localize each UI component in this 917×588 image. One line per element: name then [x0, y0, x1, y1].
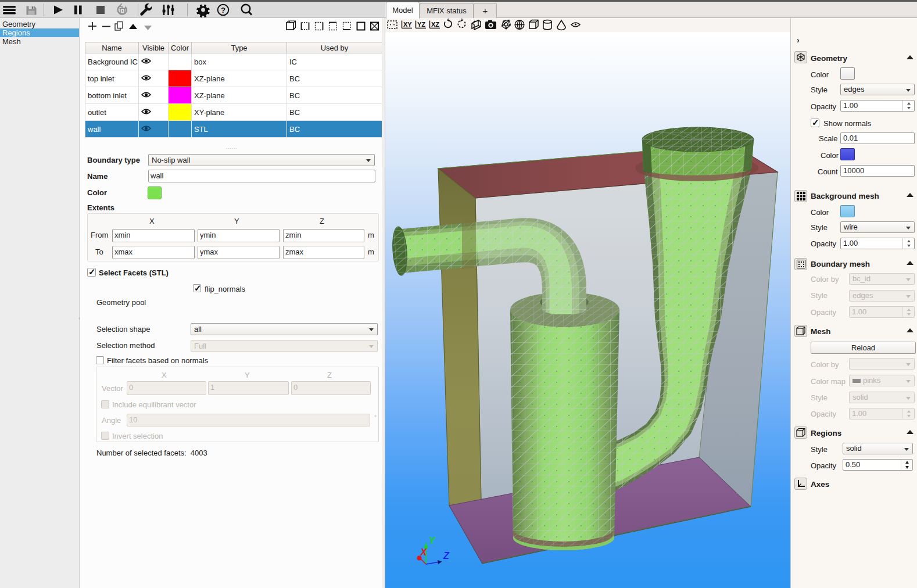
svg-text:YZ: YZ — [417, 21, 425, 28]
svg-text:Y: Y — [429, 536, 436, 546]
svg-text:XZ: XZ — [431, 21, 439, 28]
svg-text:X: X — [420, 547, 428, 557]
svg-text:XY: XY — [403, 21, 412, 28]
svg-text:Z: Z — [443, 551, 450, 561]
svg-text:?: ? — [221, 6, 225, 15]
